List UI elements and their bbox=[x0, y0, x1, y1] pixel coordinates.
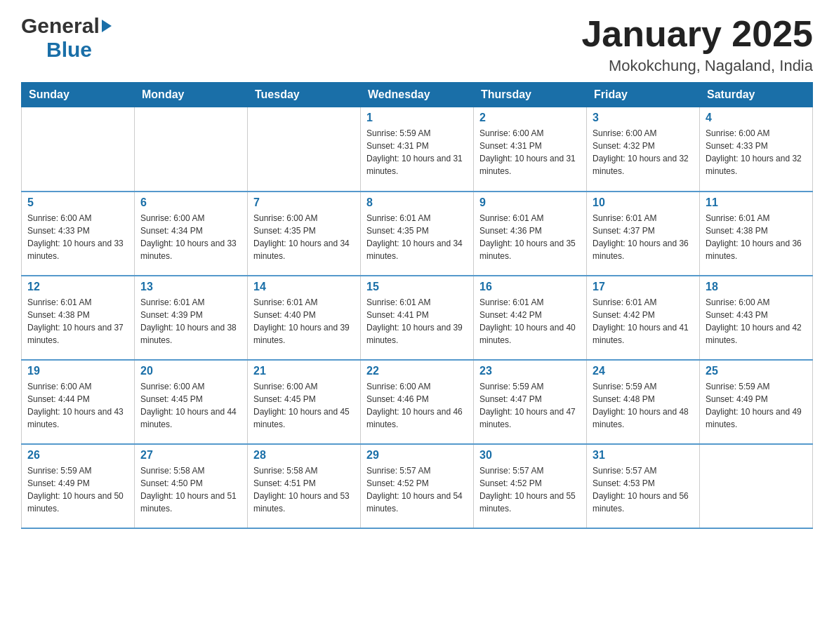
day-number: 18 bbox=[706, 281, 807, 293]
day-number: 24 bbox=[593, 365, 694, 377]
day-info: Sunrise: 5:59 AM Sunset: 4:47 PM Dayligh… bbox=[479, 380, 581, 431]
day-info: Sunrise: 6:00 AM Sunset: 4:32 PM Dayligh… bbox=[593, 127, 694, 177]
day-number: 27 bbox=[140, 449, 241, 462]
calendar-cell: 27Sunrise: 5:58 AM Sunset: 4:50 PM Dayli… bbox=[135, 444, 248, 528]
day-number: 2 bbox=[479, 112, 581, 124]
day-number: 7 bbox=[253, 196, 355, 209]
calendar-cell: 21Sunrise: 6:00 AM Sunset: 4:45 PM Dayli… bbox=[248, 360, 361, 444]
calendar-cell: 12Sunrise: 6:01 AM Sunset: 4:38 PM Dayli… bbox=[22, 276, 135, 360]
calendar-cell: 26Sunrise: 5:59 AM Sunset: 4:49 PM Dayli… bbox=[22, 444, 135, 528]
day-of-week-header: Tuesday bbox=[248, 83, 361, 107]
calendar-cell: 31Sunrise: 5:57 AM Sunset: 4:53 PM Dayli… bbox=[587, 444, 700, 528]
day-number: 21 bbox=[253, 365, 355, 377]
calendar-cell: 29Sunrise: 5:57 AM Sunset: 4:52 PM Dayli… bbox=[361, 444, 474, 528]
calendar-header: SundayMondayTuesdayWednesdayThursdayFrid… bbox=[22, 83, 813, 107]
day-info: Sunrise: 6:00 AM Sunset: 4:35 PM Dayligh… bbox=[253, 212, 355, 262]
day-of-week-header: Saturday bbox=[700, 83, 813, 107]
day-of-week-header: Monday bbox=[135, 83, 248, 107]
calendar-cell: 23Sunrise: 5:59 AM Sunset: 4:47 PM Dayli… bbox=[474, 360, 587, 444]
calendar-body: 1Sunrise: 5:59 AM Sunset: 4:31 PM Daylig… bbox=[22, 107, 813, 528]
day-number: 15 bbox=[366, 281, 468, 293]
day-number: 4 bbox=[706, 112, 807, 124]
day-number: 29 bbox=[366, 449, 468, 462]
day-of-week-header: Thursday bbox=[474, 83, 587, 107]
day-info: Sunrise: 5:57 AM Sunset: 4:53 PM Dayligh… bbox=[593, 464, 694, 515]
day-number: 12 bbox=[27, 281, 128, 293]
day-number: 9 bbox=[479, 196, 581, 209]
day-info: Sunrise: 5:57 AM Sunset: 4:52 PM Dayligh… bbox=[479, 464, 581, 515]
calendar-cell: 3Sunrise: 6:00 AM Sunset: 4:32 PM Daylig… bbox=[587, 107, 700, 192]
calendar-cell bbox=[248, 107, 361, 192]
calendar-cell: 28Sunrise: 5:58 AM Sunset: 4:51 PM Dayli… bbox=[248, 444, 361, 528]
day-number: 26 bbox=[27, 449, 128, 462]
day-info: Sunrise: 6:01 AM Sunset: 4:40 PM Dayligh… bbox=[253, 296, 355, 347]
day-number: 14 bbox=[253, 281, 355, 293]
calendar-cell: 5Sunrise: 6:00 AM Sunset: 4:33 PM Daylig… bbox=[22, 192, 135, 276]
day-number: 22 bbox=[366, 365, 468, 377]
day-info: Sunrise: 6:01 AM Sunset: 4:39 PM Dayligh… bbox=[140, 296, 241, 347]
title-section: January 2025 Mokokchung, Nagaland, India bbox=[581, 14, 813, 75]
calendar-cell bbox=[135, 107, 248, 192]
calendar-title: January 2025 bbox=[581, 14, 813, 54]
calendar-cell: 1Sunrise: 5:59 AM Sunset: 4:31 PM Daylig… bbox=[361, 107, 474, 192]
day-number: 3 bbox=[593, 112, 694, 124]
page-header: General Blue January 2025 Mokokchung, Na… bbox=[21, 14, 813, 75]
calendar-week-row: 5Sunrise: 6:00 AM Sunset: 4:33 PM Daylig… bbox=[22, 192, 813, 276]
day-info: Sunrise: 6:01 AM Sunset: 4:38 PM Dayligh… bbox=[706, 212, 807, 262]
logo: General Blue bbox=[21, 14, 112, 62]
day-info: Sunrise: 6:00 AM Sunset: 4:33 PM Dayligh… bbox=[706, 127, 807, 177]
day-info: Sunrise: 6:01 AM Sunset: 4:35 PM Dayligh… bbox=[366, 212, 468, 262]
day-info: Sunrise: 5:59 AM Sunset: 4:48 PM Dayligh… bbox=[593, 380, 694, 431]
calendar-cell: 14Sunrise: 6:01 AM Sunset: 4:40 PM Dayli… bbox=[248, 276, 361, 360]
calendar-cell: 22Sunrise: 6:00 AM Sunset: 4:46 PM Dayli… bbox=[361, 360, 474, 444]
calendar-cell: 6Sunrise: 6:00 AM Sunset: 4:34 PM Daylig… bbox=[135, 192, 248, 276]
calendar-cell: 17Sunrise: 6:01 AM Sunset: 4:42 PM Dayli… bbox=[587, 276, 700, 360]
day-info: Sunrise: 6:01 AM Sunset: 4:37 PM Dayligh… bbox=[593, 212, 694, 262]
calendar-cell: 30Sunrise: 5:57 AM Sunset: 4:52 PM Dayli… bbox=[474, 444, 587, 528]
day-number: 8 bbox=[366, 196, 468, 209]
day-info: Sunrise: 6:00 AM Sunset: 4:31 PM Dayligh… bbox=[479, 127, 581, 177]
logo-blue-text: Blue bbox=[46, 38, 92, 62]
calendar-cell: 7Sunrise: 6:00 AM Sunset: 4:35 PM Daylig… bbox=[248, 192, 361, 276]
day-info: Sunrise: 6:01 AM Sunset: 4:36 PM Dayligh… bbox=[479, 212, 581, 262]
calendar-cell: 19Sunrise: 6:00 AM Sunset: 4:44 PM Dayli… bbox=[22, 360, 135, 444]
calendar-week-row: 12Sunrise: 6:01 AM Sunset: 4:38 PM Dayli… bbox=[22, 276, 813, 360]
day-info: Sunrise: 5:59 AM Sunset: 4:49 PM Dayligh… bbox=[706, 380, 807, 431]
days-of-week-row: SundayMondayTuesdayWednesdayThursdayFrid… bbox=[22, 83, 813, 107]
calendar-cell: 2Sunrise: 6:00 AM Sunset: 4:31 PM Daylig… bbox=[474, 107, 587, 192]
day-number: 13 bbox=[140, 281, 241, 293]
day-info: Sunrise: 6:00 AM Sunset: 4:45 PM Dayligh… bbox=[253, 380, 355, 431]
day-of-week-header: Wednesday bbox=[361, 83, 474, 107]
day-number: 11 bbox=[706, 196, 807, 209]
day-info: Sunrise: 6:00 AM Sunset: 4:34 PM Dayligh… bbox=[140, 212, 241, 262]
day-info: Sunrise: 6:00 AM Sunset: 4:33 PM Dayligh… bbox=[27, 212, 128, 262]
day-number: 5 bbox=[27, 196, 128, 209]
day-number: 30 bbox=[479, 449, 581, 462]
day-number: 6 bbox=[140, 196, 241, 209]
day-info: Sunrise: 6:01 AM Sunset: 4:41 PM Dayligh… bbox=[366, 296, 468, 347]
day-number: 17 bbox=[593, 281, 694, 293]
calendar-cell: 24Sunrise: 5:59 AM Sunset: 4:48 PM Dayli… bbox=[587, 360, 700, 444]
day-number: 23 bbox=[479, 365, 581, 377]
day-info: Sunrise: 6:01 AM Sunset: 4:42 PM Dayligh… bbox=[593, 296, 694, 347]
calendar-cell: 8Sunrise: 6:01 AM Sunset: 4:35 PM Daylig… bbox=[361, 192, 474, 276]
day-info: Sunrise: 5:58 AM Sunset: 4:51 PM Dayligh… bbox=[253, 464, 355, 515]
logo-arrow-icon bbox=[102, 20, 112, 32]
calendar-cell: 18Sunrise: 6:00 AM Sunset: 4:43 PM Dayli… bbox=[700, 276, 813, 360]
day-info: Sunrise: 6:00 AM Sunset: 4:45 PM Dayligh… bbox=[140, 380, 241, 431]
calendar-cell: 9Sunrise: 6:01 AM Sunset: 4:36 PM Daylig… bbox=[474, 192, 587, 276]
day-of-week-header: Sunday bbox=[22, 83, 135, 107]
day-info: Sunrise: 5:59 AM Sunset: 4:49 PM Dayligh… bbox=[27, 464, 128, 515]
calendar-cell: 15Sunrise: 6:01 AM Sunset: 4:41 PM Dayli… bbox=[361, 276, 474, 360]
day-info: Sunrise: 6:01 AM Sunset: 4:42 PM Dayligh… bbox=[479, 296, 581, 347]
calendar-cell: 11Sunrise: 6:01 AM Sunset: 4:38 PM Dayli… bbox=[700, 192, 813, 276]
calendar-cell bbox=[22, 107, 135, 192]
day-number: 31 bbox=[593, 449, 694, 462]
calendar-cell: 4Sunrise: 6:00 AM Sunset: 4:33 PM Daylig… bbox=[700, 107, 813, 192]
day-number: 28 bbox=[253, 449, 355, 462]
calendar-cell: 25Sunrise: 5:59 AM Sunset: 4:49 PM Dayli… bbox=[700, 360, 813, 444]
day-number: 19 bbox=[27, 365, 128, 377]
calendar-cell: 10Sunrise: 6:01 AM Sunset: 4:37 PM Dayli… bbox=[587, 192, 700, 276]
calendar-table: SundayMondayTuesdayWednesdayThursdayFrid… bbox=[21, 82, 813, 529]
calendar-cell: 16Sunrise: 6:01 AM Sunset: 4:42 PM Dayli… bbox=[474, 276, 587, 360]
